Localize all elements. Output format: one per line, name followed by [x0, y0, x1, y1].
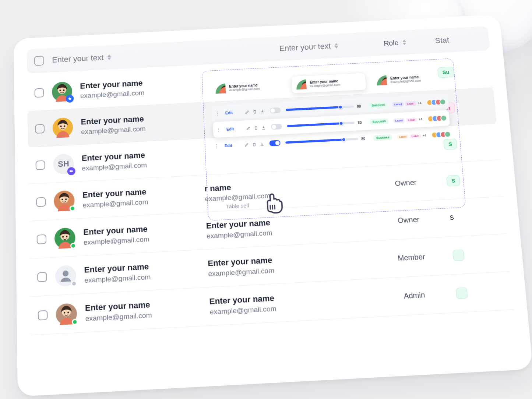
status-cell: S — [450, 212, 498, 221]
status-badge: Su — [437, 67, 454, 78]
sort-icon[interactable] — [402, 39, 406, 45]
role-cell: Member — [378, 252, 445, 264]
user-info-secondary: Enter your name example@gmail.com — [207, 250, 370, 278]
status-dot-icon — [71, 280, 77, 287]
row-checkbox[interactable] — [34, 88, 44, 98]
status-dot-icon — [70, 243, 76, 249]
status-badge: S — [443, 138, 457, 150]
user-info-secondary: r name example@gmail.com — [204, 176, 365, 203]
user-info-secondary — [200, 77, 357, 85]
status-cell — [452, 247, 501, 261]
status-text: S — [450, 215, 454, 221]
status-cell — [455, 285, 505, 299]
star-badge-icon — [66, 95, 74, 103]
user-info: Enter your name example@gmail.com — [81, 112, 194, 136]
user-info: Enter your name example@gmail.com — [85, 297, 201, 323]
column-header-text-2[interactable]: Enter your text — [279, 40, 355, 53]
table-panel: Enter your text Enter your text Role — [14, 14, 532, 396]
user-info-secondary: Enter your name example@gmail.com — [209, 288, 373, 316]
svg-rect-8 — [70, 170, 72, 172]
sort-icon[interactable] — [107, 54, 111, 60]
user-info-secondary — [203, 148, 362, 156]
avatar[interactable] — [54, 227, 75, 249]
row-checkbox[interactable] — [35, 124, 45, 133]
column-header-label: Stat — [434, 36, 449, 45]
table-body: Enter your name example@gmail.comSu Ente… — [27, 52, 527, 335]
status-cell: S — [446, 173, 495, 186]
user-info-secondary — [201, 112, 359, 120]
column-header-role[interactable]: Role — [362, 37, 427, 48]
user-info: Enter your name example@gmail.com — [83, 222, 198, 247]
select-all-checkbox[interactable] — [34, 56, 44, 66]
role-cell — [365, 73, 430, 76]
role-cell — [367, 109, 433, 112]
status-cell: Su — [437, 65, 485, 78]
user-info: Enter your name example@gmail.com — [81, 148, 195, 172]
role-cell: Owner — [372, 177, 439, 189]
role-cell — [370, 145, 436, 148]
user-info: Enter your name example@gmail.com — [80, 76, 193, 100]
row-checkbox[interactable] — [36, 197, 46, 207]
status-badge: S — [446, 175, 460, 186]
video-badge-icon — [67, 167, 75, 175]
avatar[interactable]: SH — [53, 153, 74, 174]
avatar[interactable] — [52, 81, 72, 102]
user-info: Enter your name example@gmail.com — [82, 184, 197, 209]
scene-background: Enter your text Enter your text Role — [0, 0, 532, 399]
avatar[interactable] — [53, 190, 74, 211]
column-header-label: Enter your text — [279, 42, 331, 53]
sort-icon[interactable] — [334, 43, 339, 49]
row-checkbox[interactable] — [37, 272, 47, 282]
column-header-label: Enter your text — [52, 53, 103, 65]
user-info-secondary: Enter your name example@gmail.com — [206, 213, 368, 240]
status-badge: In — [440, 102, 455, 114]
status-cell: In — [440, 100, 488, 113]
status-cell: S — [443, 137, 491, 150]
role-cell: Owner — [375, 214, 442, 226]
svg-point-17 — [63, 270, 68, 276]
avatar[interactable] — [56, 303, 77, 325]
column-header-status[interactable]: Stat — [434, 34, 482, 45]
avatar[interactable] — [55, 265, 76, 287]
status-dot-icon — [69, 205, 75, 211]
user-info: Enter your name example@gmail.com — [84, 259, 200, 285]
column-header-label: Role — [383, 39, 399, 47]
row-checkbox[interactable] — [36, 234, 46, 244]
row-checkbox[interactable] — [35, 160, 45, 170]
status-badge — [452, 249, 465, 261]
status-dot-icon — [71, 319, 78, 325]
role-cell: Admin — [380, 290, 448, 302]
row-checkbox[interactable] — [38, 310, 47, 320]
avatar[interactable] — [52, 117, 73, 138]
status-badge — [455, 287, 468, 299]
column-header-text-1[interactable]: Enter your text — [52, 52, 128, 65]
